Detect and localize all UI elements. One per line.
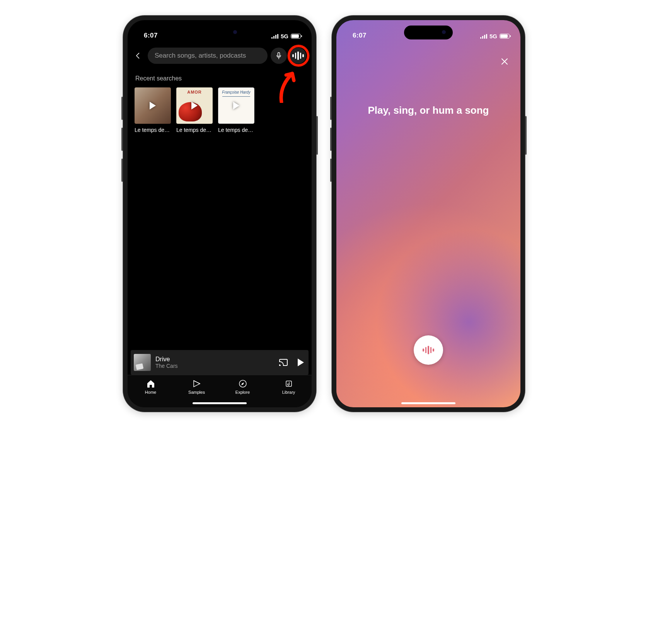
tab-samples[interactable]: Samples bbox=[181, 379, 212, 395]
listen-button[interactable] bbox=[414, 335, 443, 365]
battery-icon bbox=[291, 34, 301, 39]
recent-thumbnail: AMOR bbox=[176, 87, 213, 124]
recent-searches-header: Recent searches bbox=[128, 64, 312, 87]
microphone-icon bbox=[275, 52, 283, 60]
sound-waveform-icon bbox=[292, 51, 304, 60]
dynamic-island bbox=[404, 26, 453, 39]
screen-right: 6:07 5G Play, sing, or hum a song bbox=[336, 20, 520, 407]
chevron-left-icon bbox=[134, 52, 142, 60]
recent-thumbnail bbox=[135, 87, 171, 124]
sound-waveform-icon bbox=[423, 345, 434, 355]
album-cover-text: Françoise Hardy bbox=[218, 90, 254, 94]
tab-label: Library bbox=[282, 390, 295, 395]
recent-searches-row: Le temps de… AMOR Le temps de… Françoise… bbox=[128, 87, 312, 133]
search-placeholder: Search songs, artists, podcasts bbox=[155, 52, 246, 60]
miniplayer-art bbox=[134, 354, 151, 371]
play-button[interactable] bbox=[298, 359, 304, 366]
dynamic-island bbox=[195, 26, 244, 39]
home-indicator bbox=[193, 402, 247, 404]
search-screen: Search songs, artists, podcasts Recent s… bbox=[128, 20, 312, 407]
tab-label: Home bbox=[145, 390, 156, 395]
recent-item-label: Le temps de… bbox=[218, 127, 254, 133]
status-time: 6:07 bbox=[138, 32, 158, 39]
hum-prompt: Play, sing, or hum a song bbox=[336, 104, 520, 116]
screen-left: 6:07 5G Search songs, artists, podcasts bbox=[128, 20, 312, 407]
search-row: Search songs, artists, podcasts bbox=[128, 47, 312, 64]
phone-frame-left: 6:07 5G Search songs, artists, podcasts bbox=[123, 15, 316, 412]
miniplayer-title: Drive bbox=[155, 356, 275, 363]
battery-icon bbox=[500, 34, 510, 39]
play-icon bbox=[191, 102, 198, 109]
recent-item[interactable]: AMOR Le temps de… bbox=[176, 87, 213, 133]
hum-screen: 6:07 5G Play, sing, or hum a song bbox=[336, 20, 520, 407]
network-label: 5G bbox=[281, 33, 288, 39]
svg-rect-1 bbox=[286, 381, 292, 386]
signal-bars-icon bbox=[480, 34, 487, 39]
recent-thumbnail: Françoise Hardy bbox=[218, 87, 254, 124]
close-icon bbox=[500, 57, 509, 66]
back-button[interactable] bbox=[131, 47, 145, 64]
close-button[interactable] bbox=[498, 55, 511, 68]
tab-library[interactable]: Library bbox=[273, 379, 304, 395]
phone-frame-right: 6:07 5G Play, sing, or hum a song bbox=[332, 15, 525, 412]
miniplayer-artist: The Cars bbox=[155, 363, 275, 369]
explore-icon bbox=[238, 379, 247, 388]
tab-explore[interactable]: Explore bbox=[227, 379, 258, 395]
home-indicator bbox=[401, 402, 455, 404]
voice-search-button[interactable] bbox=[271, 48, 287, 64]
play-icon bbox=[233, 102, 239, 109]
album-cover-text: AMOR bbox=[176, 90, 213, 94]
recent-item[interactable]: Le temps de… bbox=[135, 87, 171, 133]
cast-icon[interactable] bbox=[279, 359, 288, 366]
status-time: 6:07 bbox=[347, 32, 367, 39]
tab-label: Explore bbox=[235, 390, 250, 395]
home-icon bbox=[146, 379, 155, 388]
search-input[interactable]: Search songs, artists, podcasts bbox=[148, 48, 268, 64]
sound-search-button[interactable] bbox=[290, 48, 306, 64]
tab-home[interactable]: Home bbox=[135, 379, 166, 395]
library-icon bbox=[284, 379, 293, 388]
recent-item-label: Le temps de… bbox=[135, 127, 171, 133]
play-icon bbox=[150, 102, 156, 109]
recent-item-label: Le temps de… bbox=[176, 127, 213, 133]
samples-icon bbox=[192, 379, 201, 388]
miniplayer[interactable]: Drive The Cars bbox=[131, 350, 309, 375]
status-right: 5G bbox=[271, 33, 301, 39]
miniplayer-meta: Drive The Cars bbox=[155, 356, 275, 369]
status-right: 5G bbox=[480, 33, 510, 39]
network-label: 5G bbox=[489, 33, 497, 39]
signal-bars-icon bbox=[271, 34, 278, 39]
recent-item[interactable]: Françoise Hardy Le temps de… bbox=[218, 87, 254, 133]
miniplayer-controls bbox=[279, 359, 304, 366]
tab-label: Samples bbox=[188, 390, 205, 395]
